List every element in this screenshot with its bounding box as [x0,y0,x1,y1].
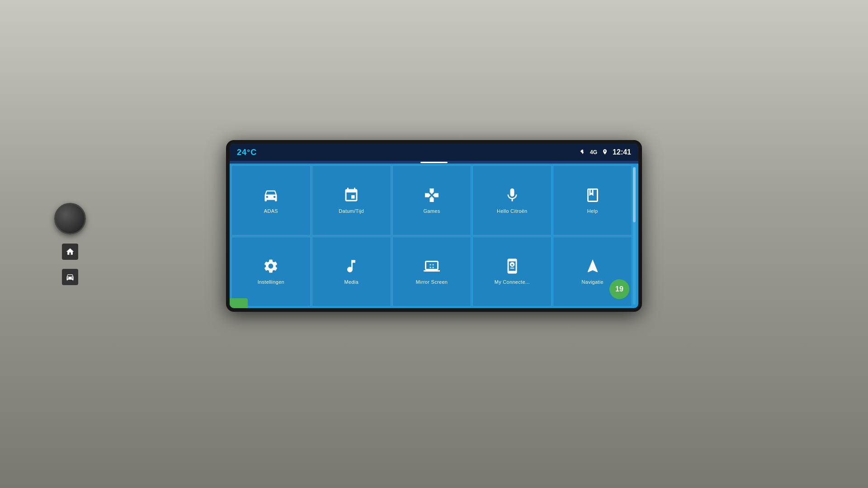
status-bar: 24°C 4G [230,144,638,161]
green-tab [230,298,248,308]
datum-tijd-icon [343,187,359,206]
location-icon [602,148,608,157]
home-button[interactable] [62,244,78,260]
app-tile-instellingen[interactable]: Instellingen [231,237,311,307]
media-label: Media [344,279,358,285]
help-label: Help [587,208,598,214]
app-tile-hello-citroen[interactable]: Hello Citroën [472,165,552,235]
media-icon [343,258,359,277]
instellingen-label: Instellingen [258,279,284,285]
adas-icon [263,187,279,206]
hello-citroen-icon [504,187,520,206]
infotainment-screen: 24°C 4G [230,144,638,308]
clock-display: 12:41 [613,148,631,156]
app-tile-adas[interactable]: ADAS [231,165,311,235]
navigatie-label: Navigatie [581,279,604,285]
games-icon [424,187,440,206]
scrollbar-thumb [633,167,636,222]
games-label: Games [424,208,440,214]
notification-badge: 19 [609,279,629,299]
hello-citroen-label: Hello Citroën [497,208,527,214]
app-grid: ADAS Datum/Tijd [231,165,632,306]
app-tile-games[interactable]: Games [392,165,472,235]
my-connecte-label: My Connecte... [495,279,530,285]
dashboard-background: 24°C 4G [0,0,868,488]
power-knob[interactable] [54,203,86,235]
mirror-screen-label: Mirror Screen [416,279,448,285]
help-icon [585,187,601,206]
tab-indicator [420,162,448,163]
app-tile-datum-tijd[interactable]: Datum/Tijd [312,165,391,235]
status-icons: 4G 12:41 [579,148,631,157]
signal-4g-icon: 4G [590,149,597,155]
mirror-screen-icon [424,258,440,277]
app-tile-my-connecte[interactable]: My Connecte... [472,237,552,307]
car-button[interactable] [62,269,78,285]
datum-tijd-label: Datum/Tijd [339,208,364,214]
app-tile-mirror-screen[interactable]: Mirror Screen [392,237,472,307]
adas-label: ADAS [264,208,278,214]
instellingen-icon [263,258,279,277]
navigatie-icon [585,258,601,277]
app-tile-help[interactable]: Help [553,165,632,235]
screen-housing: 24°C 4G [226,140,642,312]
temperature-display: 24°C [237,148,257,157]
my-connecte-icon [504,258,520,277]
bluetooth-icon [579,148,585,157]
scrollbar[interactable] [633,167,636,305]
physical-controls [54,203,86,285]
app-grid-area: ADAS Datum/Tijd [230,164,638,308]
app-tile-media[interactable]: Media [312,237,391,307]
